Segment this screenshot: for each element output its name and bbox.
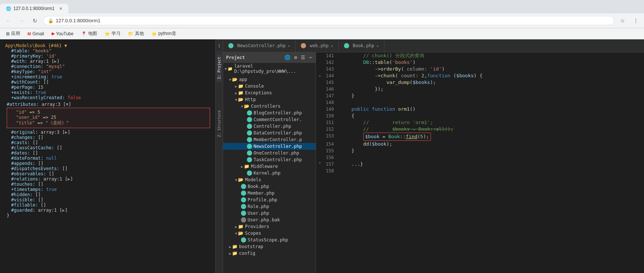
taskcontroller-icon (247, 157, 252, 162)
tree-config[interactable]: ▶ 📁 config (223, 250, 316, 257)
tree-providers[interactable]: ▶ 📁 Providers (223, 223, 316, 230)
tree-scopes[interactable]: ▼ 📂 Scopes (223, 230, 316, 237)
membercontroller-icon (247, 137, 252, 142)
bookmark-gmail-label: Gmail (32, 31, 44, 36)
minimize-icon[interactable]: ─ (308, 54, 313, 61)
ide-tabs: 1 NewsController.php ✕ web.php ✕ Book.ph… (216, 39, 644, 52)
tab-close-icon[interactable]: ✕ (59, 6, 62, 11)
menu-button[interactable]: ⋮ (631, 16, 641, 26)
gutter-153 (316, 133, 323, 139)
newscontroller-icon (247, 144, 252, 149)
tree-book[interactable]: Book.php (223, 183, 316, 190)
tree-app[interactable]: ▼ 📂 app (223, 76, 316, 83)
tree-newscontroller[interactable]: NewsController.php (223, 143, 316, 150)
tree-exceptions[interactable]: ▶ 📁 Exceptions (223, 90, 316, 96)
tree-onecontroller-label: OneController.php (254, 150, 299, 156)
bookmark-apps[interactable]: ⊞ 应用 (3, 29, 23, 38)
debug-prop-primarykey: #primaryKey: 'id' (11, 53, 210, 59)
tree-blogcontroller-label: BlogController.php (254, 110, 302, 116)
debug-prop-table: #table: "books" (11, 48, 210, 53)
bookmark-maps[interactable]: 📍 地图 (78, 29, 100, 38)
line-content-146: }); (338, 86, 644, 92)
controllers-folder-icon: 📂 (244, 104, 249, 109)
tab-news-controller[interactable]: NewsController.php ✕ (223, 39, 296, 52)
tree-controllers[interactable]: ▼ 📂 Controllers (223, 103, 316, 110)
line-content-154: dd($book); (338, 141, 644, 147)
tree-taskcontroller[interactable]: TaskController.php (223, 156, 316, 163)
code-line-147: 147 } (323, 92, 644, 99)
bookmark-python[interactable]: ⭐ python音 (148, 29, 179, 38)
project-tab-button[interactable]: 1: Project (216, 54, 222, 82)
tree-commentcontroller[interactable]: CommentController. (223, 116, 316, 123)
maps-icon: 📍 (81, 31, 87, 36)
tree-datacontroller[interactable]: DataController.php (223, 130, 316, 136)
forward-button[interactable]: → (16, 16, 27, 26)
line-num-153: 153 (323, 133, 338, 139)
line-num-149: 149 (323, 106, 338, 113)
gutter-145 (316, 79, 323, 86)
tab-book-php[interactable]: Book.php ✕ (339, 39, 384, 52)
debug-prop-connection: #connection: "mysql" (11, 64, 210, 69)
bookmark-other[interactable]: 📁 其他 (125, 29, 147, 38)
tree-blogcontroller[interactable]: BlogController.php (223, 110, 316, 116)
reload-button[interactable]: ↻ (30, 16, 40, 26)
tree-member-label: Member.php (248, 191, 274, 196)
code-line-143: 143 ->orderBy( column: 'id') (323, 66, 644, 72)
other-icon: 📁 (128, 31, 133, 36)
tab-close-news[interactable]: ✕ (288, 44, 290, 48)
browser-tab-active[interactable]: 🌐 127.0.0.1:8000/orm1 ✕ (0, 4, 68, 13)
tree-userbak[interactable]: User.php.bak (223, 217, 316, 223)
tree-role-label: Role.php (248, 204, 269, 209)
line-content-152: // $books = Book::all(); (338, 126, 644, 133)
structure-tab-button[interactable]: Z: Structure (216, 107, 222, 140)
code-editor[interactable]: 141 // chunk() 分段式的查询 142 DB::table('boo… (323, 52, 644, 273)
project-sidebar-toggle[interactable]: 1 (216, 39, 223, 52)
tree-membercontroller[interactable]: MemberController.p (223, 136, 316, 143)
tab-web-php[interactable]: web.php ✕ (296, 39, 339, 52)
gutter-155 (316, 146, 323, 153)
tree-member[interactable]: Member.php (223, 190, 316, 196)
main-content: App\Models\Book {#461 ▼ #table: "books" … (0, 39, 644, 273)
bookmark-button[interactable]: ☆ (617, 16, 628, 26)
gutter-149 (316, 106, 323, 113)
gutter-154 (316, 139, 323, 146)
tree-app-label: app (239, 77, 247, 82)
tree-profile[interactable]: Profile.php (223, 196, 316, 203)
gutter-148 (316, 99, 323, 106)
tree-laravel-root[interactable]: ▼ 📁 laravel D:\phpstudy_pro\WWW\... (223, 63, 316, 75)
line-content-151: // return 'orm1'; (338, 119, 644, 126)
line-content-144: ->chunk( count: 2,function ($books) { (338, 72, 644, 79)
bookmark-study[interactable]: ⭐ 学习 (102, 29, 123, 38)
tree-statusscope[interactable]: StatusScope.php (223, 237, 316, 243)
tree-kernel[interactable]: Kernel.php (223, 170, 316, 176)
tree-commentcontroller-label: CommentController. (254, 117, 302, 122)
tree-models[interactable]: ▼ 📂 Models (223, 176, 316, 183)
tab-label-news: NewsController.php (237, 43, 286, 48)
side-panel-tabs: 1: Project Z: Structure (216, 52, 223, 273)
tree-console[interactable]: ▶ 📁 Console (223, 83, 316, 90)
address-bar[interactable]: 🔒 127.0.0.1:8000/orm1 (43, 16, 614, 25)
tree-bootstrap[interactable]: ▶ 📁 bootstrap (223, 243, 316, 250)
code-line-142: 142 DB::table('books') (323, 59, 644, 66)
tab-close-book[interactable]: ✕ (376, 44, 379, 48)
gear-icon[interactable]: ⚙ (293, 54, 298, 61)
back-button[interactable]: ← (3, 16, 13, 26)
bookmark-maps-label: 地图 (88, 30, 97, 37)
study-icon: ⭐ (104, 31, 110, 36)
bookmark-gmail[interactable]: M Gmail (25, 30, 47, 38)
bookmark-youtube[interactable]: ▶ YouTube (49, 30, 77, 38)
tree-http[interactable]: ▼ 📂 Http (223, 96, 316, 103)
tab-close-web[interactable]: ✕ (331, 44, 333, 48)
debug-prop-classcastcache: #classCastCache: [] (11, 145, 210, 150)
globe-icon[interactable]: 🌐 (284, 54, 291, 61)
lock-icon: 🔒 (48, 18, 54, 23)
settings-icon[interactable]: ☰ (300, 54, 306, 61)
bookmark-youtube-label: YouTube (56, 31, 74, 36)
tree-role[interactable]: Role.php (223, 203, 316, 210)
code-line-145: 145 var_dump($books); (323, 79, 644, 86)
tree-middleware[interactable]: ▶ 📁 Middleware (223, 163, 316, 170)
tree-controller[interactable]: Controller.php (223, 123, 316, 130)
tree-onecontroller[interactable]: OneController.php (223, 150, 316, 156)
tree-user[interactable]: User.php (223, 210, 316, 217)
line-num-142: 142 (323, 59, 338, 66)
